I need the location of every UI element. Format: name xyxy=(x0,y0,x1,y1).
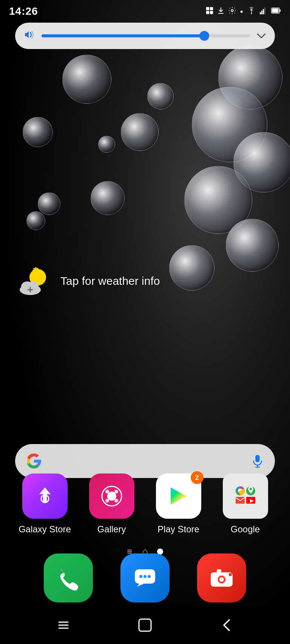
bubble-deco xyxy=(226,219,279,272)
bubble-deco xyxy=(98,136,115,153)
volume-slider-container[interactable] xyxy=(15,23,275,49)
svg-rect-55 xyxy=(139,619,151,631)
app-item-play-store[interactable]: 2 Play Store xyxy=(150,473,207,535)
svg-point-33 xyxy=(105,490,109,493)
app-grid: Galaxy Store Gallery 2 xyxy=(0,473,290,535)
svg-rect-12 xyxy=(272,8,279,12)
svg-point-5 xyxy=(251,13,252,14)
home-button[interactable] xyxy=(134,614,156,636)
weather-icon xyxy=(19,264,53,298)
volume-thumb[interactable] xyxy=(199,31,209,41)
signal-status-icon xyxy=(260,7,267,16)
battery-status-icon xyxy=(271,7,281,16)
svg-point-46 xyxy=(148,575,151,578)
dot-status-icon: ● xyxy=(240,8,243,14)
status-time: 14:26 xyxy=(9,5,38,17)
svg-point-40 xyxy=(250,488,252,490)
volume-chevron-icon[interactable] xyxy=(256,30,267,42)
app-item-google[interactable]: Google xyxy=(217,473,274,535)
dock-messages[interactable] xyxy=(120,553,170,603)
svg-rect-27 xyxy=(255,455,259,463)
google-search-bar[interactable] xyxy=(15,444,275,478)
galaxy-store-label: Galaxy Store xyxy=(19,524,71,535)
bubble-deco xyxy=(62,55,111,104)
bubble-deco xyxy=(121,113,159,151)
microphone-icon xyxy=(251,454,264,468)
volume-track[interactable] xyxy=(42,34,250,37)
dock-phone[interactable] xyxy=(44,553,93,603)
weather-text: Tap for weather info xyxy=(60,275,160,287)
svg-point-45 xyxy=(143,575,147,578)
svg-rect-6 xyxy=(260,12,261,14)
weather-widget[interactable]: Tap for weather info xyxy=(19,264,160,298)
bubble-deco xyxy=(91,181,125,215)
play-store-label: Play Store xyxy=(157,524,199,535)
gallery-status-icon xyxy=(205,6,214,17)
svg-point-36 xyxy=(114,499,118,503)
svg-rect-3 xyxy=(210,11,213,14)
bubble-deco xyxy=(23,117,53,147)
svg-rect-9 xyxy=(264,8,265,14)
dock xyxy=(0,553,290,603)
svg-rect-50 xyxy=(217,569,221,573)
status-icons: ● xyxy=(205,6,281,17)
google-logo xyxy=(26,453,42,469)
svg-rect-1 xyxy=(210,7,213,10)
wifi-status-icon xyxy=(247,7,256,16)
navigation-bar xyxy=(0,606,290,644)
svg-point-32 xyxy=(107,492,116,501)
bubble-deco xyxy=(38,192,60,215)
bubble-deco xyxy=(169,245,214,290)
status-bar: 14:26 ● xyxy=(0,0,290,23)
svg-point-4 xyxy=(231,9,233,12)
gallery-label: Gallery xyxy=(97,524,126,535)
svg-point-34 xyxy=(114,490,118,493)
svg-rect-0 xyxy=(206,7,209,10)
svg-point-44 xyxy=(139,575,142,578)
bubble-deco xyxy=(26,211,45,230)
volume-fill xyxy=(42,34,204,37)
google-label: Google xyxy=(231,524,260,535)
app-item-galaxy-store[interactable]: Galaxy Store xyxy=(17,473,73,535)
svg-rect-7 xyxy=(261,11,262,14)
app-item-gallery[interactable]: Gallery xyxy=(83,473,140,535)
bubble-deco xyxy=(147,83,174,109)
back-button[interactable] xyxy=(215,614,238,636)
play-store-badge: 2 xyxy=(191,471,204,484)
svg-rect-51 xyxy=(229,573,232,576)
gallery-icon[interactable] xyxy=(89,473,134,519)
play-store-icon[interactable]: 2 xyxy=(156,473,201,519)
svg-rect-2 xyxy=(206,11,209,14)
galaxy-store-icon[interactable] xyxy=(22,473,68,519)
volume-icon xyxy=(23,29,35,43)
svg-point-49 xyxy=(219,577,224,582)
recents-button[interactable] xyxy=(52,614,75,636)
svg-point-35 xyxy=(105,499,109,503)
svg-rect-8 xyxy=(263,9,264,14)
svg-rect-11 xyxy=(279,9,281,12)
google-folder-icon[interactable] xyxy=(223,473,268,519)
settings-status-icon xyxy=(228,6,236,17)
dock-camera[interactable] xyxy=(197,553,246,603)
download-status-icon xyxy=(218,6,224,17)
